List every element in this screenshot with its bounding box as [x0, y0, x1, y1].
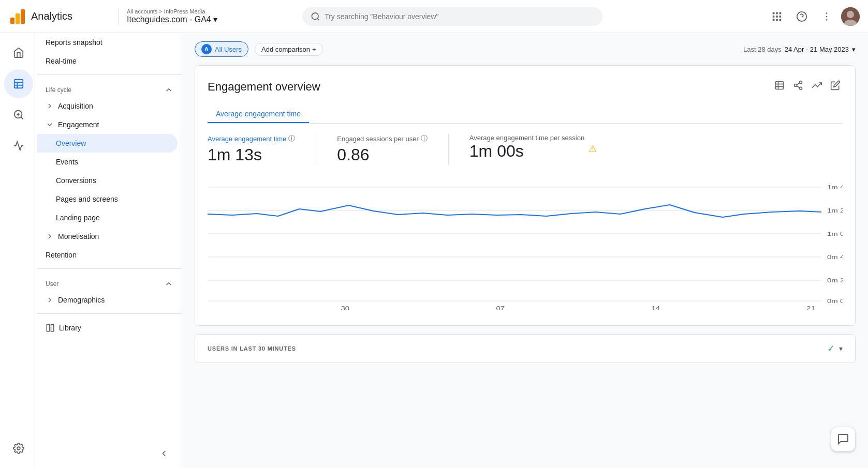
- metric-engaged-sessions: Engaged sessions per user ⓘ 0.86: [337, 134, 428, 164]
- svg-rect-15: [776, 19, 778, 21]
- metric-avg-engagement-time-label: Average engagement time ⓘ: [208, 134, 295, 143]
- avatar[interactable]: [841, 7, 860, 26]
- nav-item-overview[interactable]: Overview: [37, 134, 178, 153]
- library-icon: [46, 323, 55, 333]
- chart-title: Engagement overview: [208, 80, 320, 94]
- svg-point-21: [826, 19, 828, 21]
- nav-item-demographics[interactable]: Demographics: [37, 291, 178, 309]
- nav-divider-3: [37, 313, 182, 314]
- nav-item-landing-page[interactable]: Landing page: [37, 208, 178, 227]
- chart-table-view-button[interactable]: [772, 78, 787, 95]
- apps-button[interactable]: [767, 6, 787, 27]
- svg-point-33: [17, 447, 20, 450]
- svg-point-6: [312, 12, 319, 19]
- content-area: A All Users Add comparison + Last 28 day…: [182, 33, 868, 468]
- breadcrumb-main[interactable]: Itechguides.com - GA4 ▾: [127, 14, 217, 24]
- help-icon: [796, 11, 807, 22]
- sidebar-collapse-button[interactable]: [37, 443, 178, 464]
- svg-rect-3: [10, 18, 14, 24]
- bottom-card-expand-icon[interactable]: ▾: [839, 344, 843, 353]
- nav-item-conversions[interactable]: Conversions: [37, 171, 178, 190]
- segment-badge[interactable]: A All Users: [195, 41, 248, 57]
- compare-icon: [812, 80, 822, 90]
- chart-edit-button[interactable]: [828, 78, 843, 95]
- nav-item-engagement[interactable]: Engagement: [37, 115, 178, 134]
- chart-compare-button[interactable]: [810, 78, 824, 95]
- date-range-arrow[interactable]: ▾: [852, 46, 856, 53]
- table-view-icon: [774, 80, 785, 90]
- monetisation-chevron-icon: [46, 232, 54, 240]
- date-range[interactable]: Last 28 days 24 Apr - 21 May 2023 ▾: [743, 46, 856, 53]
- nav-divider-2: [37, 268, 182, 269]
- metric-avg-engagement-time-info-icon[interactable]: ⓘ: [288, 134, 295, 143]
- metric-avg-time-per-session-label: Average engagement time per session: [469, 134, 584, 142]
- bottom-card-check-icon: ✓: [827, 343, 835, 354]
- chart-svg-container: 1m 40s 1m 20s 1m 00s 0m 40s 0m 20s 0m 00…: [208, 177, 843, 313]
- segment-label: All Users: [215, 46, 242, 53]
- svg-line-42: [797, 83, 800, 84]
- feedback-icon: [837, 433, 849, 445]
- nav-item-library-label: Library: [59, 324, 81, 332]
- warning-icon[interactable]: ⚠: [589, 143, 597, 155]
- svg-point-20: [826, 16, 828, 17]
- user-label: User: [46, 280, 58, 288]
- help-button[interactable]: [791, 6, 812, 27]
- metric-divider-1: [316, 134, 316, 164]
- sidebar-item-settings[interactable]: [4, 434, 33, 463]
- top-header: Analytics All accounts > InfoPress Media…: [0, 0, 868, 33]
- feedback-fab[interactable]: [831, 427, 856, 451]
- more-options-button[interactable]: [816, 6, 837, 27]
- svg-point-38: [800, 81, 802, 84]
- edit-icon: [830, 80, 841, 90]
- svg-text:0m 20s: 0m 20s: [827, 277, 843, 284]
- nav-item-reports-snapshot[interactable]: Reports snapshot: [37, 33, 178, 52]
- chart-tabs: Average engagement time: [208, 105, 843, 124]
- search-input[interactable]: [325, 12, 594, 21]
- sidebar-item-home[interactable]: [4, 38, 33, 67]
- main-layout: Reports snapshot Real-time Life cycle Ac…: [0, 33, 868, 468]
- svg-text:21: 21: [806, 305, 815, 311]
- chart-actions: [772, 78, 843, 95]
- svg-point-23: [847, 11, 854, 18]
- metric-avg-engagement-time: Average engagement time ⓘ 1m 13s: [208, 134, 295, 164]
- user-section-title[interactable]: User: [37, 273, 182, 291]
- nav-item-pages-and-screens[interactable]: Pages and screens: [37, 190, 178, 208]
- nav-item-monetisation[interactable]: Monetisation: [37, 227, 178, 246]
- search-bar[interactable]: [302, 7, 602, 26]
- search-icon: [311, 11, 320, 22]
- nav-item-events-label: Events: [56, 158, 78, 166]
- nav-item-reports-snapshot-label: Reports snapshot: [46, 38, 102, 47]
- nav-item-acquisition[interactable]: Acquisition: [37, 97, 178, 115]
- sidebar-item-reports[interactable]: [4, 69, 33, 98]
- lifecycle-section-title[interactable]: Life cycle: [37, 79, 182, 97]
- svg-line-30: [21, 117, 23, 119]
- add-comparison-button[interactable]: Add comparison +: [255, 43, 323, 56]
- bottom-card: USERS IN LAST 30 MINUTES ✓ ▾: [195, 334, 856, 363]
- user-collapse-icon[interactable]: [164, 279, 173, 289]
- icon-sidebar: [0, 33, 37, 468]
- lifecycle-collapse-icon[interactable]: [164, 85, 173, 95]
- svg-rect-25: [14, 80, 23, 88]
- chart-tab-avg-engagement[interactable]: Average engagement time: [208, 105, 309, 123]
- nav-item-realtime[interactable]: Real-time: [37, 52, 178, 70]
- svg-line-41: [797, 86, 800, 87]
- nav-divider-1: [37, 74, 182, 75]
- metric-engaged-sessions-info-icon[interactable]: ⓘ: [421, 134, 428, 143]
- metric-engaged-sessions-value: 0.86: [337, 145, 428, 164]
- chart-share-button[interactable]: [791, 78, 805, 95]
- svg-text:0m 40s: 0m 40s: [827, 254, 843, 261]
- nav-item-events[interactable]: Events: [37, 153, 178, 171]
- breadcrumb-top: All accounts > InfoPress Media: [127, 8, 217, 14]
- nav-item-demographics-label: Demographics: [58, 296, 105, 304]
- nav-item-retention[interactable]: Retention: [37, 246, 178, 264]
- sidebar-item-advertising[interactable]: [4, 131, 33, 160]
- breadcrumb-property: Itechguides.com - GA4: [127, 15, 211, 24]
- metric-engaged-sessions-label: Engaged sessions per user ⓘ: [337, 134, 428, 143]
- nav-item-library[interactable]: Library: [37, 318, 178, 338]
- svg-line-7: [317, 18, 319, 20]
- sidebar-item-explore[interactable]: [4, 100, 33, 129]
- breadcrumb-dropdown-icon[interactable]: ▾: [213, 14, 217, 24]
- svg-rect-10: [779, 12, 782, 14]
- nav-item-realtime-label: Real-time: [46, 57, 77, 65]
- svg-rect-11: [773, 16, 775, 18]
